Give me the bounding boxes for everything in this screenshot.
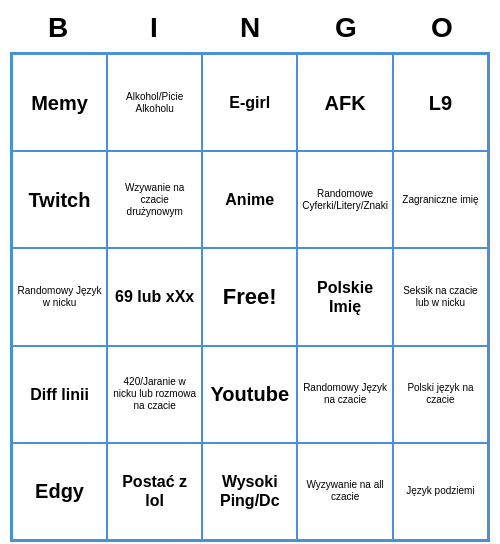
header-letter: B	[10, 8, 106, 48]
header-letter: O	[394, 8, 490, 48]
bingo-grid: MemyAlkohol/Picie AlkoholuE-girlAFKL9Twi…	[10, 52, 490, 542]
bingo-cell: Memy	[12, 54, 107, 151]
header-letter: N	[202, 8, 298, 48]
bingo-cell: Twitch	[12, 151, 107, 248]
bingo-cell: Język podziemi	[393, 443, 488, 540]
bingo-cell: E-girl	[202, 54, 297, 151]
bingo-cell: Polski język na czacie	[393, 346, 488, 443]
bingo-cell: Polskie Imię	[297, 248, 393, 345]
bingo-cell: Edgy	[12, 443, 107, 540]
bingo-cell: Wyzywanie na all czacie	[297, 443, 393, 540]
bingo-cell: Wysoki Ping/Dc	[202, 443, 297, 540]
bingo-cell: AFK	[297, 54, 393, 151]
bingo-cell: Randomowy Język w nicku	[12, 248, 107, 345]
bingo-cell: Free!	[202, 248, 297, 345]
bingo-cell: Zagraniczne imię	[393, 151, 488, 248]
header-letter: G	[298, 8, 394, 48]
bingo-cell: Anime	[202, 151, 297, 248]
bingo-cell: Seksik na czacie lub w nicku	[393, 248, 488, 345]
bingo-cell: 420/Jaranie w nicku lub rozmowa na czaci…	[107, 346, 202, 443]
bingo-header: BINGO	[10, 8, 490, 48]
bingo-cell: Diff linii	[12, 346, 107, 443]
bingo-cell: Randomowy Język na czacie	[297, 346, 393, 443]
bingo-cell: 69 lub xXx	[107, 248, 202, 345]
bingo-cell: Wzywanie na czacie drużynowym	[107, 151, 202, 248]
bingo-cell: L9	[393, 54, 488, 151]
bingo-cell: Youtube	[202, 346, 297, 443]
bingo-cell: Alkohol/Picie Alkoholu	[107, 54, 202, 151]
bingo-cell: Randomowe Cyferki/Litery/Znaki	[297, 151, 393, 248]
bingo-cell: Postać z lol	[107, 443, 202, 540]
header-letter: I	[106, 8, 202, 48]
